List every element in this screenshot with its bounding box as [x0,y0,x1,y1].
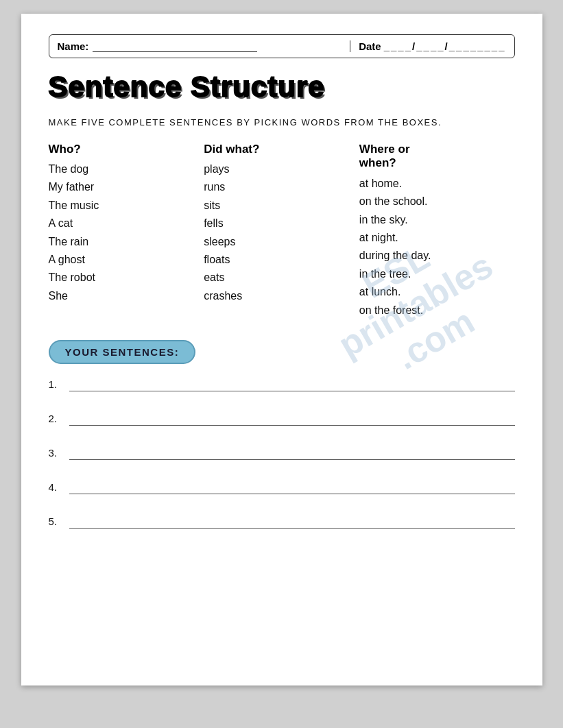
sentence-item-3: 3. [49,445,515,460]
sentence-write-line-1 [69,376,515,391]
page-title: Sentence Structure [49,71,515,104]
sentence-write-line-4 [69,479,515,494]
date-label: Date [359,40,381,52]
list-item: The dog [49,160,204,178]
name-field: Name: [58,40,258,52]
sentence-num-3: 3. [49,447,65,460]
worksheet-page: ESLprintables.com Name: Date ____/____/_… [21,14,542,685]
header-row: Name: Date ____/____/________ [49,34,515,58]
did-what-column: Did what? plays runs sits fells sleeps f… [204,143,359,319]
title-block: Sentence Structure [49,71,515,104]
your-sentences-header: YOUR SENTENCES: [49,340,196,364]
sentence-item-2: 2. [49,411,515,426]
sentence-num-4: 4. [49,481,65,494]
list-item: sleeps [204,233,359,251]
where-when-column: Where or when? at home. on the school. i… [359,143,515,319]
list-item: The rain [49,233,204,251]
list-item: in the tree. [359,265,515,283]
sentence-num-2: 2. [49,413,65,426]
list-item: on the forest. [359,302,515,319]
who-column: Who? The dog My father The music A cat T… [49,143,204,319]
sentence-num-5: 5. [49,515,65,529]
sentence-write-line-2 [69,411,515,426]
who-header: Who? [49,143,204,156]
name-label: Name: [58,40,89,52]
your-sentences-section: YOUR SENTENCES: 1. 2. 3. 4. 5. [49,340,515,529]
list-item: plays [204,160,359,178]
list-item: sits [204,197,359,215]
list-item: runs [204,178,359,196]
list-item: crashes [204,287,359,305]
sentence-write-line-5 [69,513,515,529]
sentence-write-line-3 [69,445,515,460]
sentence-num-1: 1. [49,378,65,391]
list-item: during the day. [359,247,515,265]
list-item: at night. [359,229,515,247]
where-when-header: Where or when? [359,143,515,171]
list-item: The music [49,197,204,215]
list-item: at lunch. [359,283,515,301]
list-item: at home. [359,175,515,193]
sentence-lines: 1. 2. 3. 4. 5. [49,376,515,529]
list-item: She [49,287,204,305]
list-item: A cat [49,215,204,232]
name-underline [93,41,257,52]
sentence-item-4: 4. [49,479,515,494]
list-item: A ghost [49,251,204,269]
list-item: fells [204,215,359,232]
list-item: The robot [49,269,204,287]
date-field: Date ____/____/________ [350,40,505,52]
list-item: My father [49,178,204,196]
did-what-header: Did what? [204,143,359,156]
sentence-item-5: 5. [49,513,515,529]
sentence-item-1: 1. [49,376,515,391]
list-item: eats [204,269,359,287]
list-item: floats [204,251,359,269]
list-item: on the school. [359,193,515,210]
list-item: in the sky. [359,211,515,229]
word-columns: Who? The dog My father The music A cat T… [49,143,515,319]
date-format: ____/____/________ [384,40,506,52]
instruction-text: MAKE FIVE COMPLETE SENTENCES BY PICKING … [49,117,515,128]
